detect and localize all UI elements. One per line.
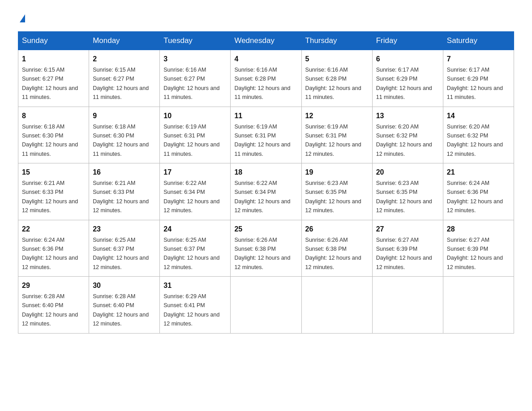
day-number: 11 [234, 111, 297, 121]
calendar-cell: 11 Sunrise: 6:19 AMSunset: 6:31 PMDaylig… [231, 107, 301, 163]
day-number: 7 [447, 54, 510, 64]
calendar-cell: 26 Sunrise: 6:26 AMSunset: 6:38 PMDaylig… [301, 220, 372, 277]
calendar-cell: 23 Sunrise: 6:25 AMSunset: 6:37 PMDaylig… [89, 220, 160, 277]
day-number: 3 [163, 54, 227, 64]
day-info: Sunrise: 6:20 AMSunset: 6:32 PMDaylight:… [376, 124, 432, 157]
calendar-cell [301, 277, 372, 334]
day-number: 15 [22, 167, 85, 178]
calendar-cell: 22 Sunrise: 6:24 AMSunset: 6:36 PMDaylig… [18, 220, 89, 277]
day-number: 20 [376, 167, 439, 178]
calendar-cell: 3 Sunrise: 6:16 AMSunset: 6:27 PMDayligh… [160, 50, 231, 107]
day-info: Sunrise: 6:28 AMSunset: 6:40 PMDaylight:… [22, 293, 78, 327]
day-number: 28 [447, 224, 510, 235]
calendar-cell: 13 Sunrise: 6:20 AMSunset: 6:32 PMDaylig… [372, 107, 443, 163]
week-row-1: 1 Sunrise: 6:15 AMSunset: 6:27 PMDayligh… [18, 50, 514, 107]
day-number: 27 [376, 224, 439, 235]
day-info: Sunrise: 6:15 AMSunset: 6:27 PMDaylight:… [22, 67, 78, 100]
logo-triangle-icon [20, 14, 25, 22]
week-row-5: 29 Sunrise: 6:28 AMSunset: 6:40 PMDaylig… [18, 277, 514, 334]
day-info: Sunrise: 6:17 AMSunset: 6:29 PMDaylight:… [447, 67, 503, 100]
day-number: 24 [163, 224, 227, 235]
week-row-3: 15 Sunrise: 6:21 AMSunset: 6:33 PMDaylig… [18, 163, 514, 220]
day-info: Sunrise: 6:18 AMSunset: 6:30 PMDaylight:… [93, 124, 149, 157]
day-info: Sunrise: 6:16 AMSunset: 6:28 PMDaylight:… [234, 67, 290, 100]
weekday-header-friday: Friday [372, 32, 443, 50]
day-number: 22 [22, 224, 85, 235]
day-info: Sunrise: 6:23 AMSunset: 6:35 PMDaylight:… [305, 180, 361, 214]
day-info: Sunrise: 6:20 AMSunset: 6:32 PMDaylight:… [447, 124, 503, 157]
calendar-cell: 2 Sunrise: 6:15 AMSunset: 6:27 PMDayligh… [89, 50, 160, 107]
day-number: 8 [22, 111, 85, 121]
weekday-header-monday: Monday [89, 32, 160, 50]
day-info: Sunrise: 6:22 AMSunset: 6:34 PMDaylight:… [163, 180, 219, 214]
day-info: Sunrise: 6:23 AMSunset: 6:35 PMDaylight:… [376, 180, 432, 214]
day-number: 10 [163, 111, 227, 121]
weekday-header-thursday: Thursday [301, 32, 372, 50]
logo [18, 13, 25, 22]
day-info: Sunrise: 6:19 AMSunset: 6:31 PMDaylight:… [305, 124, 361, 157]
calendar-cell: 4 Sunrise: 6:16 AMSunset: 6:28 PMDayligh… [231, 50, 301, 107]
weekday-header-saturday: Saturday [443, 32, 514, 50]
calendar-cell: 6 Sunrise: 6:17 AMSunset: 6:29 PMDayligh… [372, 50, 443, 107]
weekday-header-tuesday: Tuesday [160, 32, 231, 50]
day-info: Sunrise: 6:21 AMSunset: 6:33 PMDaylight:… [22, 180, 78, 214]
weekday-header-row: SundayMondayTuesdayWednesdayThursdayFrid… [18, 32, 514, 50]
calendar-cell: 21 Sunrise: 6:24 AMSunset: 6:36 PMDaylig… [443, 163, 514, 220]
calendar-cell: 25 Sunrise: 6:26 AMSunset: 6:38 PMDaylig… [231, 220, 301, 277]
week-row-2: 8 Sunrise: 6:18 AMSunset: 6:30 PMDayligh… [18, 107, 514, 163]
calendar-cell: 18 Sunrise: 6:22 AMSunset: 6:34 PMDaylig… [231, 163, 301, 220]
day-number: 14 [447, 111, 510, 121]
day-info: Sunrise: 6:25 AMSunset: 6:37 PMDaylight:… [93, 237, 149, 270]
weekday-header-wednesday: Wednesday [231, 32, 301, 50]
day-info: Sunrise: 6:21 AMSunset: 6:33 PMDaylight:… [93, 180, 149, 214]
calendar-cell: 20 Sunrise: 6:23 AMSunset: 6:35 PMDaylig… [372, 163, 443, 220]
day-number: 31 [163, 280, 227, 291]
day-number: 19 [305, 167, 369, 178]
day-info: Sunrise: 6:25 AMSunset: 6:37 PMDaylight:… [163, 237, 219, 270]
day-info: Sunrise: 6:26 AMSunset: 6:38 PMDaylight:… [234, 237, 290, 270]
calendar-cell [443, 277, 514, 334]
calendar-cell: 17 Sunrise: 6:22 AMSunset: 6:34 PMDaylig… [160, 163, 231, 220]
day-info: Sunrise: 6:28 AMSunset: 6:40 PMDaylight:… [93, 293, 149, 327]
day-info: Sunrise: 6:15 AMSunset: 6:27 PMDaylight:… [93, 67, 149, 100]
day-number: 12 [305, 111, 369, 121]
day-info: Sunrise: 6:19 AMSunset: 6:31 PMDaylight:… [234, 124, 290, 157]
day-info: Sunrise: 6:27 AMSunset: 6:39 PMDaylight:… [376, 237, 432, 270]
day-number: 16 [93, 167, 156, 178]
calendar-cell: 15 Sunrise: 6:21 AMSunset: 6:33 PMDaylig… [18, 163, 89, 220]
week-row-4: 22 Sunrise: 6:24 AMSunset: 6:36 PMDaylig… [18, 220, 514, 277]
day-number: 9 [93, 111, 156, 121]
calendar-cell: 12 Sunrise: 6:19 AMSunset: 6:31 PMDaylig… [301, 107, 372, 163]
calendar-cell: 30 Sunrise: 6:28 AMSunset: 6:40 PMDaylig… [89, 277, 160, 334]
calendar-cell [231, 277, 301, 334]
day-info: Sunrise: 6:16 AMSunset: 6:28 PMDaylight:… [305, 67, 361, 100]
calendar-cell: 27 Sunrise: 6:27 AMSunset: 6:39 PMDaylig… [372, 220, 443, 277]
calendar-cell: 16 Sunrise: 6:21 AMSunset: 6:33 PMDaylig… [89, 163, 160, 220]
day-info: Sunrise: 6:24 AMSunset: 6:36 PMDaylight:… [447, 180, 503, 214]
day-number: 4 [234, 54, 297, 64]
calendar-cell [372, 277, 443, 334]
calendar-cell: 24 Sunrise: 6:25 AMSunset: 6:37 PMDaylig… [160, 220, 231, 277]
calendar-cell: 28 Sunrise: 6:27 AMSunset: 6:39 PMDaylig… [443, 220, 514, 277]
calendar-cell: 5 Sunrise: 6:16 AMSunset: 6:28 PMDayligh… [301, 50, 372, 107]
calendar-cell: 14 Sunrise: 6:20 AMSunset: 6:32 PMDaylig… [443, 107, 514, 163]
day-info: Sunrise: 6:22 AMSunset: 6:34 PMDaylight:… [234, 180, 290, 214]
day-info: Sunrise: 6:18 AMSunset: 6:30 PMDaylight:… [22, 124, 78, 157]
day-number: 2 [93, 54, 156, 64]
day-number: 21 [447, 167, 510, 178]
calendar-cell: 1 Sunrise: 6:15 AMSunset: 6:27 PMDayligh… [18, 50, 89, 107]
day-info: Sunrise: 6:27 AMSunset: 6:39 PMDaylight:… [447, 237, 503, 270]
day-info: Sunrise: 6:26 AMSunset: 6:38 PMDaylight:… [305, 237, 361, 270]
day-info: Sunrise: 6:24 AMSunset: 6:36 PMDaylight:… [22, 237, 78, 270]
day-number: 1 [22, 54, 85, 64]
calendar-cell: 8 Sunrise: 6:18 AMSunset: 6:30 PMDayligh… [18, 107, 89, 163]
day-info: Sunrise: 6:29 AMSunset: 6:41 PMDaylight:… [163, 293, 219, 327]
day-number: 26 [305, 224, 369, 235]
page-header [18, 13, 514, 22]
day-number: 5 [305, 54, 369, 64]
calendar-cell: 9 Sunrise: 6:18 AMSunset: 6:30 PMDayligh… [89, 107, 160, 163]
day-info: Sunrise: 6:16 AMSunset: 6:27 PMDaylight:… [163, 67, 219, 100]
day-number: 29 [22, 280, 85, 291]
weekday-header-sunday: Sunday [18, 32, 89, 50]
day-info: Sunrise: 6:17 AMSunset: 6:29 PMDaylight:… [376, 67, 432, 100]
